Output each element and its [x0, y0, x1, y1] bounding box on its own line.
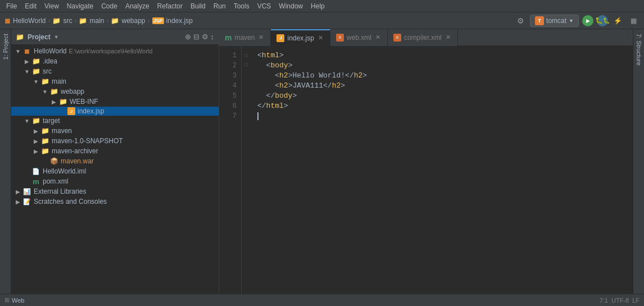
tree-arrow-scratches[interactable]: ▶	[13, 199, 22, 205]
breadcrumb-main[interactable]: main	[89, 17, 104, 25]
tree-item-target[interactable]: ▼ 📁 target	[11, 116, 219, 126]
tree-label-webinf: WEB-INF	[70, 98, 98, 106]
editor-tabs: m maven ✕ J index.jsp ✕ X web.xml ✕ X co…	[219, 29, 633, 46]
tree-item-helloworld-iml[interactable]: ▶ 📄 HelloWorld.iml	[11, 166, 219, 176]
tree-label-maven-archiver: maven-archiver	[52, 147, 98, 155]
tree-item-maven-snapshot[interactable]: ▶ 📁 maven-1.0-SNAPSHOT	[11, 136, 219, 146]
breadcrumb-project[interactable]: HelloWorld	[13, 17, 46, 25]
right-side-strip: 7: Structure	[633, 29, 644, 294]
tab-index-jsp-label: index.jsp	[287, 34, 314, 42]
line-numbers: 1 2 3 4 5 6 7	[219, 46, 242, 294]
tree-item-maven-war[interactable]: ▶ 📦 maven.war	[11, 156, 219, 166]
run-button[interactable]	[582, 15, 593, 26]
tree-arrow-main[interactable]: ▼	[31, 79, 40, 85]
menu-view[interactable]: View	[40, 1, 63, 11]
tree-item-main[interactable]: ▼ 📁 main	[11, 76, 219, 86]
menu-analyze[interactable]: Analyze	[121, 1, 153, 11]
tree-item-helloworld[interactable]: ▼ ◼ HelloWorld E:\work\workspace\HelloWo…	[11, 46, 219, 56]
tree-item-idea[interactable]: ▶ 📁 .idea	[11, 56, 219, 66]
breadcrumb-webapp[interactable]: webapp	[121, 17, 145, 25]
menu-vcs[interactable]: VCS	[253, 1, 275, 11]
tab-web-xml-label: web.xml	[347, 34, 371, 42]
menu-window[interactable]: Window	[275, 1, 307, 11]
tree-arrow-external-libs[interactable]: ▶	[13, 189, 22, 195]
war-file-icon: 📦	[49, 157, 58, 166]
toolbar-right: ⚙ T tomcat ▼ 🐛 ⚡ ▦	[514, 15, 640, 27]
archiver-folder-icon: 📁	[40, 147, 49, 156]
editor-area: m maven ✕ J index.jsp ✕ X web.xml ✕ X co…	[219, 29, 633, 294]
bottom-left-icons: ⊞ Web	[4, 296, 24, 304]
tree-item-scratches[interactable]: ▶ 📝 Scratches and Consoles	[11, 197, 219, 207]
tomcat-config-button[interactable]: T tomcat ▼	[530, 15, 579, 27]
encoding-indicator: UTF-8	[611, 297, 629, 304]
menu-navigate[interactable]: Navigate	[63, 1, 97, 11]
menu-edit[interactable]: Edit	[21, 1, 40, 11]
tab-index-jsp[interactable]: J index.jsp ✕	[271, 29, 330, 46]
xml-tab-icon-compiler: X	[393, 34, 401, 42]
tab-web-xml[interactable]: X web.xml ✕	[330, 29, 388, 46]
tree-label-webapp: webapp	[61, 88, 84, 95]
tab-maven-close[interactable]: ✕	[257, 33, 265, 42]
scratches-icon: 📝	[22, 197, 31, 206]
expand-collapse-icon[interactable]: ↕	[211, 33, 215, 41]
maven-folder-icon: 📁	[40, 126, 49, 135]
tree-arrow-maven-snapshot[interactable]: ▶	[31, 138, 40, 144]
tree-item-maven-archiver[interactable]: ▶ 📁 maven-archiver	[11, 146, 219, 156]
tab-index-jsp-close[interactable]: ✕	[317, 34, 324, 42]
tree-item-external-libs[interactable]: ▶ 📊 External Libraries	[11, 186, 219, 197]
breadcrumb: ◼ HelloWorld › 📁 src › 📁 main › 📁 webapp…	[4, 16, 193, 25]
menu-code[interactable]: Code	[97, 1, 121, 11]
tree-arrow-webinf[interactable]: ▶	[49, 99, 58, 105]
terminal-icon[interactable]: ⊞	[4, 296, 10, 304]
tree-item-index-jsp[interactable]: ▶ J index.jsp	[11, 107, 219, 116]
tab-web-xml-close[interactable]: ✕	[374, 33, 382, 42]
menu-run[interactable]: Run	[210, 1, 230, 11]
toolbar: ◼ HelloWorld › 📁 src › 📁 main › 📁 webapp…	[0, 12, 644, 29]
code-editor[interactable]: <html> <body> <h2>Hello World!</h2> <h2>…	[251, 46, 633, 294]
fold-btn-2[interactable]: □	[242, 61, 250, 68]
pom-file-icon: m	[31, 177, 40, 186]
breadcrumb-file[interactable]: index.jsp	[166, 17, 193, 25]
menu-build[interactable]: Build	[187, 1, 210, 11]
tree-path-helloworld: E:\work\workspace\HelloWorld	[69, 48, 152, 54]
breadcrumb-src[interactable]: src	[63, 17, 72, 25]
jsp-tab-icon: J	[276, 34, 284, 42]
debug-button[interactable]: 🐛	[597, 15, 608, 26]
tree-arrow-idea[interactable]: ▶	[22, 58, 31, 65]
tree-arrow-helloworld[interactable]: ▼	[13, 48, 22, 54]
fold-btn-1[interactable]: □	[242, 52, 250, 60]
collapse-all-icon[interactable]: ⊟	[193, 33, 199, 41]
tab-compiler-xml-close[interactable]: ✕	[445, 33, 452, 42]
tab-compiler-xml[interactable]: X compiler.xml ✕	[388, 29, 458, 46]
menu-refactor[interactable]: Refactor	[153, 1, 187, 11]
tree-item-webinf[interactable]: ▶ 📁 WEB-INF	[11, 97, 219, 107]
menu-file[interactable]: File	[2, 1, 21, 11]
webinf-folder-icon: 📁	[58, 97, 67, 106]
main-folder-icon: 📁	[79, 17, 87, 25]
tree-arrow-webapp[interactable]: ▼	[40, 89, 49, 95]
tree-item-maven-folder[interactable]: ▶ 📁 maven	[11, 126, 219, 136]
menu-help[interactable]: Help	[307, 1, 329, 11]
tree-item-src[interactable]: ▼ 📁 src	[11, 66, 219, 76]
tree-item-pom-xml[interactable]: ▶ m pom.xml	[11, 176, 219, 186]
snapshot-folder-icon: 📁	[40, 136, 49, 145]
profile-button[interactable]: ▦	[627, 15, 640, 27]
tree-arrow-maven-folder[interactable]: ▶	[31, 128, 40, 134]
project-panel-dropdown-icon[interactable]: ▼	[54, 34, 59, 40]
tree-item-webapp[interactable]: ▼ 📁 webapp	[11, 86, 219, 97]
project-settings-icon[interactable]: ⚙	[202, 33, 208, 41]
menu-tools[interactable]: Tools	[230, 1, 253, 11]
coverage-button[interactable]: ⚡	[611, 15, 624, 27]
locate-file-icon[interactable]: ⊕	[185, 33, 191, 41]
settings-icon[interactable]: ⚙	[514, 15, 527, 27]
tree-arrow-maven-archiver[interactable]: ▶	[31, 148, 40, 154]
tree-arrow-src[interactable]: ▼	[22, 68, 31, 75]
bottom-statusbar: ⊞ Web 7:1 UTF-8 LF	[0, 294, 644, 306]
editor-content[interactable]: 1 2 3 4 5 6 7 □ □ <html> <body> <h2>Hell…	[219, 46, 633, 294]
tree-arrow-target[interactable]: ▼	[22, 118, 31, 124]
tab-maven[interactable]: m maven ✕	[219, 29, 271, 46]
project-side-tab[interactable]: 1: Project	[1, 29, 10, 64]
menubar: File Edit View Navigate Code Analyze Ref…	[0, 0, 644, 12]
web-tab-label[interactable]: Web	[12, 297, 24, 304]
structure-side-tab[interactable]: 7: Structure	[634, 29, 643, 70]
